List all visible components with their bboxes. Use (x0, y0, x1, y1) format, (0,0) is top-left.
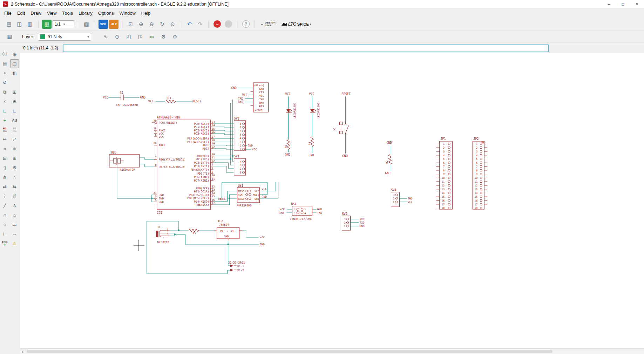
sheet-selector[interactable]: 1/1▾ (53, 20, 74, 28)
gear-alt-icon[interactable]: ⚙ (170, 32, 180, 41)
svg-text:VCC: VCC (255, 190, 259, 193)
stop-button[interactable]: – (213, 20, 221, 28)
net-tool[interactable]: ∟ (0, 107, 9, 115)
paste-group-tool[interactable]: ⊞ (10, 154, 19, 163)
zoom-out-button[interactable]: ⊖ (147, 20, 156, 29)
zoom-select-button[interactable]: ⊙ (168, 20, 177, 29)
menu-options[interactable]: Options (95, 9, 117, 17)
name-tool[interactable]: R210k (0, 125, 9, 134)
options-tool[interactable]: ∴ (10, 173, 19, 182)
bus-tool[interactable]: ∟ (10, 107, 19, 115)
smash-tool[interactable]: ≈ (0, 144, 9, 153)
sch-brd-button[interactable]: ▦ (42, 20, 52, 29)
svg-text:VI: VI (220, 230, 224, 233)
zoom-fit-button[interactable]: ⊡ (126, 20, 135, 29)
measure-tool[interactable]: ↔ (10, 230, 19, 238)
design-link-button[interactable]: ⌁DESIGNLINK (260, 21, 276, 27)
split-tool[interactable]: ⋔ (0, 173, 9, 182)
menu-tools[interactable]: Tools (60, 9, 76, 17)
svg-text:19: 19 (212, 142, 215, 145)
grid-button[interactable]: ▦ (5, 32, 14, 41)
grid-settings-button[interactable]: ▩ (82, 20, 91, 29)
arc-tool[interactable]: ∩ (0, 211, 9, 219)
gateswap-tool[interactable]: ⇆ (10, 182, 19, 191)
info-tool[interactable]: ⓘ (0, 50, 9, 59)
change-tool[interactable]: ⊞ (10, 88, 19, 96)
frame-icon[interactable]: ◰ (124, 32, 134, 41)
line-tool[interactable]: ╱ (0, 201, 9, 210)
ltc-spice-button[interactable]: LTCSPICE▾ (282, 21, 311, 27)
scroll-left-icon[interactable]: ‹ (20, 349, 25, 354)
junction-tool[interactable]: + (0, 116, 9, 125)
save-button[interactable]: ◫ (15, 20, 24, 29)
print-button[interactable]: ▥ (25, 20, 35, 29)
move-tool[interactable]: ⌖ (0, 69, 9, 77)
ulp-button[interactable]: ULP (109, 20, 118, 29)
svg-text:2: 2 (476, 146, 478, 149)
invoke-tool[interactable]: ↦ (0, 135, 9, 144)
command-input[interactable] (63, 45, 549, 52)
array-tool[interactable]: ⋮ (0, 192, 9, 200)
schematic-canvas[interactable]: 8765432143213213211234567891011121314151… (20, 53, 644, 348)
trash-tool[interactable]: ▯ (0, 163, 9, 172)
svg-text:10: 10 (474, 176, 478, 179)
rotate-tool[interactable]: ↺ (0, 78, 9, 87)
close-button[interactable]: × (630, 0, 644, 8)
menu-edit[interactable]: Edit (14, 9, 28, 17)
dimension-tool[interactable]: ⊢ (0, 230, 9, 238)
gear-icon[interactable]: ⚙ (159, 32, 168, 41)
svg-text:27: 27 (212, 135, 215, 138)
polygon-tool[interactable]: ⌂ (10, 211, 19, 219)
link-add-icon[interactable]: ∞ (147, 32, 157, 41)
undo-button[interactable]: ↶ (185, 20, 194, 29)
replace-tool[interactable]: ⇄ (0, 182, 9, 191)
menu-help[interactable]: Help (138, 9, 154, 17)
scr-button[interactable]: SCR (99, 20, 108, 29)
wrench-tool[interactable]: ⚙ (10, 163, 19, 172)
copy-tool[interactable]: ⧉ (0, 88, 9, 96)
svg-text:LED5AB1206: LED5AB1206 (317, 102, 320, 118)
open-button[interactable]: ▤ (4, 20, 14, 29)
menu-library[interactable]: Library (76, 9, 95, 17)
display-tool[interactable]: ▤ (0, 59, 9, 68)
copy-group-tool[interactable]: ⊟ (0, 154, 9, 163)
menu-draw[interactable]: Draw (28, 9, 44, 17)
svg-text:TXD: TXD (359, 221, 365, 224)
erc-tool[interactable]: ERC✔ (0, 239, 9, 248)
svg-text:12: 12 (212, 185, 215, 188)
signal-icon[interactable]: ∿ (101, 32, 110, 41)
maximize-button[interactable]: □ (616, 0, 630, 8)
svg-text:1: 1 (476, 142, 478, 145)
menu-file[interactable]: File (1, 9, 14, 17)
zoom-in-button[interactable]: ⊕ (136, 20, 146, 29)
scrollbar-thumb[interactable] (27, 350, 553, 353)
label-tool[interactable]: AB (10, 116, 19, 125)
svg-text:JP2: JP2 (473, 137, 479, 141)
frame-alt-icon[interactable]: ◳ (136, 32, 145, 41)
circle-tool[interactable]: ○ (0, 220, 9, 229)
probe-icon[interactable]: ⊙ (113, 32, 122, 41)
mirror-tool[interactable]: ◧ (10, 69, 19, 77)
tag-tool[interactable]: ⊚ (10, 144, 19, 153)
run-button[interactable] (225, 20, 232, 28)
swap-layer-tool[interactable]: ⇵ (10, 192, 19, 200)
errors-tool[interactable]: ⚠ (10, 239, 19, 248)
show-tool[interactable]: ◉ (10, 50, 19, 59)
pinswap-tool[interactable]: ⇌ (10, 135, 19, 144)
svg-text:11: 11 (212, 177, 215, 181)
help-button[interactable]: ? (242, 20, 250, 28)
menu-view[interactable]: View (44, 9, 60, 17)
group-tool[interactable]: ▢ (10, 59, 19, 68)
horizontal-scrollbar[interactable]: ‹ (20, 348, 644, 354)
menu-window[interactable]: Window (117, 9, 138, 17)
value-tool[interactable]: R210k (10, 125, 19, 134)
text-tool[interactable]: A (10, 201, 19, 210)
layer-selector[interactable]: 91 Nets▾ (38, 33, 91, 41)
delete-tool[interactable]: × (0, 97, 9, 106)
redo-button[interactable]: ↷ (195, 20, 205, 29)
svg-text:SV4: SV4 (391, 188, 396, 192)
rect-tool[interactable]: ▭ (10, 220, 19, 229)
add-part-tool[interactable]: ⊕ (10, 97, 19, 106)
zoom-redraw-button[interactable]: ↻ (157, 20, 167, 29)
minimize-button[interactable]: – (602, 0, 616, 8)
